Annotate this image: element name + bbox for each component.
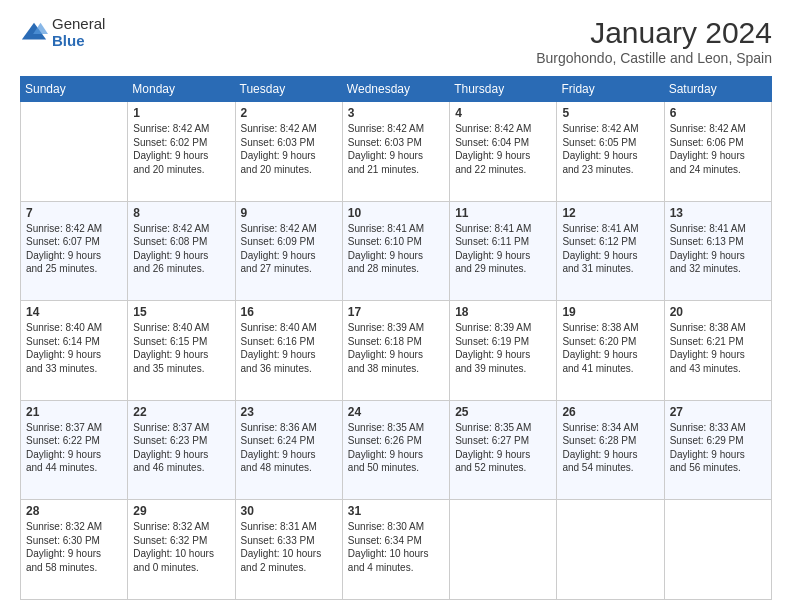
calendar-cell: 9Sunrise: 8:42 AMSunset: 6:09 PMDaylight…: [235, 201, 342, 301]
day-number: 28: [26, 504, 122, 518]
day-info: Sunrise: 8:42 AMSunset: 6:03 PMDaylight:…: [348, 122, 444, 176]
calendar-week-5: 28Sunrise: 8:32 AMSunset: 6:30 PMDayligh…: [21, 500, 772, 600]
day-number: 13: [670, 206, 766, 220]
day-number: 27: [670, 405, 766, 419]
logo-general: General: [52, 16, 105, 33]
day-number: 20: [670, 305, 766, 319]
weekday-header-thursday: Thursday: [450, 77, 557, 102]
calendar-cell: 11Sunrise: 8:41 AMSunset: 6:11 PMDayligh…: [450, 201, 557, 301]
calendar-cell: 8Sunrise: 8:42 AMSunset: 6:08 PMDaylight…: [128, 201, 235, 301]
day-number: 14: [26, 305, 122, 319]
calendar-cell: [450, 500, 557, 600]
calendar-cell: 7Sunrise: 8:42 AMSunset: 6:07 PMDaylight…: [21, 201, 128, 301]
day-info: Sunrise: 8:41 AMSunset: 6:11 PMDaylight:…: [455, 222, 551, 276]
day-number: 26: [562, 405, 658, 419]
day-number: 22: [133, 405, 229, 419]
day-info: Sunrise: 8:36 AMSunset: 6:24 PMDaylight:…: [241, 421, 337, 475]
day-info: Sunrise: 8:41 AMSunset: 6:10 PMDaylight:…: [348, 222, 444, 276]
calendar-cell: 22Sunrise: 8:37 AMSunset: 6:23 PMDayligh…: [128, 400, 235, 500]
day-number: 30: [241, 504, 337, 518]
calendar-cell: 26Sunrise: 8:34 AMSunset: 6:28 PMDayligh…: [557, 400, 664, 500]
calendar-cell: [557, 500, 664, 600]
calendar-cell: 13Sunrise: 8:41 AMSunset: 6:13 PMDayligh…: [664, 201, 771, 301]
calendar-cell: 2Sunrise: 8:42 AMSunset: 6:03 PMDaylight…: [235, 102, 342, 202]
day-info: Sunrise: 8:42 AMSunset: 6:05 PMDaylight:…: [562, 122, 658, 176]
day-number: 4: [455, 106, 551, 120]
day-number: 21: [26, 405, 122, 419]
calendar-cell: 30Sunrise: 8:31 AMSunset: 6:33 PMDayligh…: [235, 500, 342, 600]
day-info: Sunrise: 8:32 AMSunset: 6:32 PMDaylight:…: [133, 520, 229, 574]
day-info: Sunrise: 8:32 AMSunset: 6:30 PMDaylight:…: [26, 520, 122, 574]
day-info: Sunrise: 8:42 AMSunset: 6:08 PMDaylight:…: [133, 222, 229, 276]
calendar-cell: 1Sunrise: 8:42 AMSunset: 6:02 PMDaylight…: [128, 102, 235, 202]
calendar-header-row: SundayMondayTuesdayWednesdayThursdayFrid…: [21, 77, 772, 102]
day-info: Sunrise: 8:38 AMSunset: 6:20 PMDaylight:…: [562, 321, 658, 375]
day-info: Sunrise: 8:40 AMSunset: 6:14 PMDaylight:…: [26, 321, 122, 375]
day-number: 1: [133, 106, 229, 120]
weekday-header-wednesday: Wednesday: [342, 77, 449, 102]
calendar-cell: 28Sunrise: 8:32 AMSunset: 6:30 PMDayligh…: [21, 500, 128, 600]
day-info: Sunrise: 8:41 AMSunset: 6:13 PMDaylight:…: [670, 222, 766, 276]
calendar-cell: 27Sunrise: 8:33 AMSunset: 6:29 PMDayligh…: [664, 400, 771, 500]
day-info: Sunrise: 8:35 AMSunset: 6:26 PMDaylight:…: [348, 421, 444, 475]
calendar-cell: 14Sunrise: 8:40 AMSunset: 6:14 PMDayligh…: [21, 301, 128, 401]
header: General Blue January 2024 Burgohondo, Ca…: [20, 16, 772, 66]
calendar-cell: 19Sunrise: 8:38 AMSunset: 6:20 PMDayligh…: [557, 301, 664, 401]
page: General Blue January 2024 Burgohondo, Ca…: [0, 0, 792, 612]
day-number: 25: [455, 405, 551, 419]
calendar-cell: 18Sunrise: 8:39 AMSunset: 6:19 PMDayligh…: [450, 301, 557, 401]
day-number: 16: [241, 305, 337, 319]
day-number: 17: [348, 305, 444, 319]
day-info: Sunrise: 8:39 AMSunset: 6:18 PMDaylight:…: [348, 321, 444, 375]
weekday-header-saturday: Saturday: [664, 77, 771, 102]
day-info: Sunrise: 8:42 AMSunset: 6:04 PMDaylight:…: [455, 122, 551, 176]
calendar-cell: 3Sunrise: 8:42 AMSunset: 6:03 PMDaylight…: [342, 102, 449, 202]
day-info: Sunrise: 8:42 AMSunset: 6:06 PMDaylight:…: [670, 122, 766, 176]
weekday-header-sunday: Sunday: [21, 77, 128, 102]
calendar-cell: 6Sunrise: 8:42 AMSunset: 6:06 PMDaylight…: [664, 102, 771, 202]
day-number: 18: [455, 305, 551, 319]
day-info: Sunrise: 8:41 AMSunset: 6:12 PMDaylight:…: [562, 222, 658, 276]
calendar-cell: 29Sunrise: 8:32 AMSunset: 6:32 PMDayligh…: [128, 500, 235, 600]
weekday-header-monday: Monday: [128, 77, 235, 102]
day-info: Sunrise: 8:40 AMSunset: 6:16 PMDaylight:…: [241, 321, 337, 375]
day-number: 12: [562, 206, 658, 220]
weekday-header-friday: Friday: [557, 77, 664, 102]
logo: General Blue: [20, 16, 105, 49]
calendar-week-2: 7Sunrise: 8:42 AMSunset: 6:07 PMDaylight…: [21, 201, 772, 301]
calendar-cell: 31Sunrise: 8:30 AMSunset: 6:34 PMDayligh…: [342, 500, 449, 600]
day-info: Sunrise: 8:42 AMSunset: 6:03 PMDaylight:…: [241, 122, 337, 176]
calendar-week-1: 1Sunrise: 8:42 AMSunset: 6:02 PMDaylight…: [21, 102, 772, 202]
day-info: Sunrise: 8:33 AMSunset: 6:29 PMDaylight:…: [670, 421, 766, 475]
day-info: Sunrise: 8:40 AMSunset: 6:15 PMDaylight:…: [133, 321, 229, 375]
calendar-table: SundayMondayTuesdayWednesdayThursdayFrid…: [20, 76, 772, 600]
calendar-cell: 20Sunrise: 8:38 AMSunset: 6:21 PMDayligh…: [664, 301, 771, 401]
calendar-cell: 24Sunrise: 8:35 AMSunset: 6:26 PMDayligh…: [342, 400, 449, 500]
logo-text: General Blue: [52, 16, 105, 49]
calendar-cell: 17Sunrise: 8:39 AMSunset: 6:18 PMDayligh…: [342, 301, 449, 401]
day-number: 8: [133, 206, 229, 220]
day-number: 29: [133, 504, 229, 518]
day-number: 31: [348, 504, 444, 518]
day-info: Sunrise: 8:39 AMSunset: 6:19 PMDaylight:…: [455, 321, 551, 375]
day-number: 6: [670, 106, 766, 120]
day-info: Sunrise: 8:34 AMSunset: 6:28 PMDaylight:…: [562, 421, 658, 475]
day-number: 5: [562, 106, 658, 120]
day-number: 11: [455, 206, 551, 220]
calendar-cell: 4Sunrise: 8:42 AMSunset: 6:04 PMDaylight…: [450, 102, 557, 202]
day-number: 10: [348, 206, 444, 220]
calendar-cell: 23Sunrise: 8:36 AMSunset: 6:24 PMDayligh…: [235, 400, 342, 500]
day-info: Sunrise: 8:42 AMSunset: 6:09 PMDaylight:…: [241, 222, 337, 276]
day-info: Sunrise: 8:35 AMSunset: 6:27 PMDaylight:…: [455, 421, 551, 475]
calendar-cell: 25Sunrise: 8:35 AMSunset: 6:27 PMDayligh…: [450, 400, 557, 500]
title-block: January 2024 Burgohondo, Castille and Le…: [536, 16, 772, 66]
subtitle: Burgohondo, Castille and Leon, Spain: [536, 50, 772, 66]
day-number: 23: [241, 405, 337, 419]
calendar-cell: [21, 102, 128, 202]
day-info: Sunrise: 8:37 AMSunset: 6:22 PMDaylight:…: [26, 421, 122, 475]
day-info: Sunrise: 8:30 AMSunset: 6:34 PMDaylight:…: [348, 520, 444, 574]
day-info: Sunrise: 8:42 AMSunset: 6:07 PMDaylight:…: [26, 222, 122, 276]
logo-icon: [20, 19, 48, 47]
calendar-cell: [664, 500, 771, 600]
day-number: 7: [26, 206, 122, 220]
